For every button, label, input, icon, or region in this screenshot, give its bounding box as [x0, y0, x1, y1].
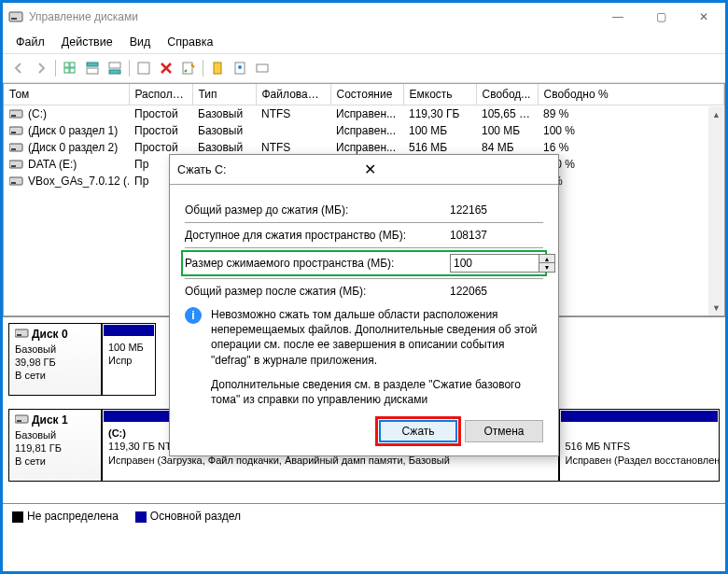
vol-pct: 16 % [538, 139, 724, 156]
info-text-1: Невозможно сжать том дальше области расп… [211, 307, 543, 368]
shrink-dialog: Сжать C: ✕ Общий размер до сжатия (МБ): … [169, 154, 559, 456]
col-fs[interactable]: Файловая с... [256, 84, 330, 105]
vol-free: 105,65 ГБ [476, 105, 538, 123]
svg-rect-9 [109, 70, 120, 74]
svg-rect-19 [11, 132, 16, 133]
action2-icon[interactable] [207, 58, 228, 78]
disk0-name: Диск 0 [32, 328, 68, 341]
svg-rect-27 [17, 334, 21, 336]
svg-point-14 [238, 65, 242, 69]
total-after-label: Общий размер после сжатия (МБ): [185, 285, 450, 298]
svg-rect-7 [87, 68, 98, 74]
delete-icon[interactable] [156, 58, 176, 78]
total-before-label: Общий размер до сжатия (МБ): [185, 203, 450, 217]
col-status[interactable]: Состояние [330, 84, 403, 105]
svg-rect-12 [214, 63, 221, 74]
view-bottom-icon[interactable] [105, 58, 125, 78]
vol-pct: 0 % [538, 173, 724, 189]
app-window: Управление дисками — ▢ ✕ Файл Действие В… [0, 0, 728, 574]
disk1-label[interactable]: Диск 1 Базовый 119,81 ГБ В сети [8, 409, 102, 482]
dialog-close-button[interactable]: ✕ [358, 161, 551, 178]
available-label: Доступное для сжатия пространство (МБ): [185, 229, 450, 242]
dialog-titlebar: Сжать C: ✕ [170, 155, 558, 184]
vol-name: (Диск 0 раздел 1) [28, 124, 118, 137]
available-value: 108137 [450, 229, 543, 242]
col-free[interactable]: Свобод... [476, 84, 538, 105]
minimize-button[interactable]: — [596, 3, 639, 31]
svg-rect-2 [64, 63, 69, 67]
menu-view[interactable]: Вид [122, 33, 159, 51]
vol-type: Базовый [192, 122, 256, 139]
vol-fs [256, 122, 330, 139]
vol-name: DATA (E:) [28, 158, 77, 171]
shrink-button[interactable]: Сжать [379, 420, 457, 442]
window-title: Управление дисками [29, 10, 596, 23]
col-volume[interactable]: Том [4, 84, 129, 105]
close-button[interactable]: ✕ [682, 3, 725, 31]
refresh-icon[interactable] [60, 58, 80, 78]
shrink-amount-input[interactable] [450, 254, 539, 273]
table-row[interactable]: (Диск 0 раздел 1)ПростойБазовыйИсправен.… [4, 122, 724, 139]
disk1-p1-label: (C:) [108, 427, 126, 439]
vol-free: 100 МБ [476, 122, 538, 139]
spin-up-button[interactable]: ▲ [539, 255, 554, 263]
table-row[interactable]: (C:)ПростойБазовыйNTFSИсправен...119,30 … [4, 105, 724, 123]
svg-rect-3 [70, 63, 75, 67]
spin-down-button[interactable]: ▼ [539, 263, 554, 272]
svg-rect-6 [87, 63, 98, 66]
svg-rect-17 [11, 115, 16, 117]
svg-rect-11 [183, 63, 192, 74]
svg-rect-25 [11, 182, 16, 184]
shrink-amount-row: Размер сжимаемого пространства (МБ): ▲ ▼ [185, 254, 543, 273]
disk-icon [9, 142, 24, 153]
info-icon: i [185, 307, 202, 324]
properties-icon[interactable] [178, 58, 199, 78]
vol-cap: 100 МБ [403, 122, 476, 139]
legend-unallocated: Не распределена [12, 510, 119, 523]
svg-rect-5 [70, 68, 75, 73]
svg-rect-10 [138, 63, 149, 74]
action3-icon[interactable] [252, 58, 273, 78]
disk0-p1-size: 100 МБ [108, 342, 144, 353]
disk0-label[interactable]: Диск 0 Базовый 39,98 ГБ В сети [8, 323, 102, 396]
vol-name: (Диск 0 раздел 2) [28, 141, 118, 154]
disk0-part1[interactable]: 100 МБ Испр [102, 323, 156, 396]
disk0-type: Базовый [15, 343, 56, 355]
action1-icon[interactable] [133, 58, 154, 78]
cancel-button[interactable]: Отмена [465, 420, 543, 442]
col-freepct[interactable]: Свободно % [538, 84, 724, 105]
scroll-down-icon[interactable]: ▼ [708, 300, 724, 315]
svg-rect-29 [17, 420, 21, 422]
menu-file[interactable]: Файл [8, 33, 52, 51]
total-before-value: 122165 [450, 203, 543, 217]
vol-fs: NTFS [256, 105, 330, 123]
maximize-button[interactable]: ▢ [639, 3, 682, 31]
toolbar [3, 54, 725, 82]
vol-layout: Простой [129, 105, 192, 123]
vol-status: Исправен... [330, 122, 403, 139]
disk0-status: В сети [15, 370, 46, 381]
menu-action[interactable]: Действие [54, 33, 120, 51]
col-layout[interactable]: Располо... [129, 84, 192, 105]
menubar: Файл Действие Вид Справка [3, 31, 725, 53]
menu-help[interactable]: Справка [160, 33, 220, 51]
view-top-icon[interactable] [82, 58, 103, 78]
disk1-status: В сети [15, 455, 46, 467]
svg-rect-0 [9, 12, 22, 21]
table-scrollbar[interactable]: ▲ ▼ [708, 106, 724, 315]
disk1-part-recovery[interactable]: 516 МБ NTFS Исправен (Раздел восстановле… [559, 409, 721, 482]
col-capacity[interactable]: Емкость [403, 84, 476, 105]
shrink-amount-label: Размер сжимаемого пространства (МБ): [185, 257, 450, 270]
total-after-value: 122065 [450, 285, 543, 298]
app-icon [8, 9, 23, 24]
disk-icon [9, 125, 24, 136]
disk-icon [9, 175, 24, 187]
scroll-up-icon[interactable]: ▲ [708, 106, 724, 122]
vol-name: (C:) [28, 107, 47, 120]
svg-rect-4 [64, 68, 69, 73]
disk-icon [9, 108, 24, 119]
help-icon[interactable] [230, 58, 250, 78]
disk0-size: 39,98 ГБ [15, 357, 56, 368]
vol-layout: Простой [129, 122, 192, 139]
col-type[interactable]: Тип [192, 84, 256, 105]
